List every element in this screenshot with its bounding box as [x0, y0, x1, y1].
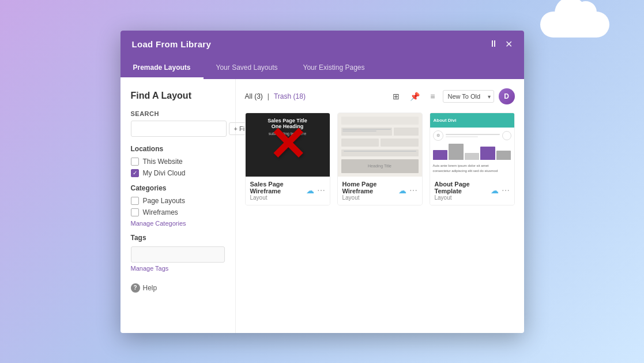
trash-label: Trash [274, 92, 291, 100]
pin-view-button[interactable]: 📌 [407, 90, 423, 103]
page-layouts-label: Page Layouts [143, 197, 185, 205]
layout-card-0[interactable]: Sales Page TitleOne Heading subheading t… [245, 113, 330, 205]
sort-select[interactable]: New To Old Old To New A-Z Z-A [443, 90, 494, 103]
layout-footer-icons-2: ☁ ⋯ [491, 186, 510, 195]
locations-label: Locations [131, 145, 225, 153]
filter-all[interactable]: All (3) [245, 92, 263, 100]
tags-label: Tags [131, 234, 225, 242]
manage-categories-link[interactable]: Manage Categories [131, 220, 225, 227]
categories-label: Categories [131, 184, 225, 192]
help-row: ? Help [131, 283, 225, 293]
list-view-button[interactable]: ≡ [427, 90, 438, 103]
modal-tabs: Premade Layouts Your Saved Layouts Your … [120, 58, 524, 79]
wireframes-label: Wireframes [143, 208, 178, 216]
more-options-icon-0[interactable]: ⋯ [317, 186, 325, 195]
layout-name-2: About Page Template [435, 181, 491, 194]
layout-type-1: Layout [342, 194, 398, 201]
layout-type-2: Layout [435, 194, 491, 201]
content-area: All (3) | Trash (18) ⊞ 📌 ≡ New To [236, 79, 524, 333]
wire-header-1 [341, 117, 419, 125]
divi-cloud-checkbox[interactable]: ✓ [131, 169, 139, 177]
tab-existing[interactable]: Your Existing Pages [291, 58, 378, 79]
page-layouts-checkbox[interactable] [131, 197, 139, 205]
thumb3-body: ⚙ [430, 128, 514, 177]
search-input[interactable] [131, 121, 227, 137]
all-count: (3) [254, 92, 263, 100]
thumb3-header: About Divi [430, 113, 514, 128]
tags-input[interactable] [131, 246, 225, 263]
layout-card-1[interactable]: Heading Title Home Page Wireframe Layout… [337, 113, 423, 205]
category-wireframes[interactable]: Wireframes [131, 208, 225, 216]
wireframes-checkbox[interactable] [131, 208, 139, 216]
filter-right: ⊞ 📌 ≡ New To Old Old To New A-Z Z-A D [390, 88, 514, 104]
layout-card-footer-0: Sales Page Wireframe Layout ☁ ⋯ [246, 177, 330, 205]
filter-trash[interactable]: Trash (18) [274, 92, 306, 100]
grid-view-button[interactable]: ⊞ [390, 90, 402, 103]
cloud-upload-icon-1[interactable]: ☁ [398, 186, 406, 195]
layout-card-footer-1: Home Page Wireframe Layout ☁ ⋯ [338, 177, 422, 205]
layout-footer-icons-1: ☁ ⋯ [398, 186, 417, 195]
help-icon[interactable]: ? [131, 283, 140, 293]
layout-footer-icons-0: ☁ ⋯ [306, 186, 325, 195]
layout-thumbnail-1: Heading Title [338, 113, 422, 177]
category-page-layouts[interactable]: Page Layouts [131, 197, 225, 205]
filter-separator: | [268, 92, 269, 100]
layout-type-0: Layout [250, 194, 306, 201]
more-options-icon-2[interactable]: ⋯ [502, 186, 510, 195]
modal-header: Load From Library ⏸ ✕ [120, 31, 524, 58]
layout-thumbnail-0: Sales Page TitleOne Heading subheading t… [246, 113, 330, 177]
cloud-decoration [540, 12, 609, 38]
search-label: Search [131, 110, 225, 117]
about-template-text: Auis ante lorem ipsum dolor sit ametcons… [433, 163, 511, 174]
sort-wrapper: New To Old Old To New A-Z Z-A [443, 90, 494, 103]
modal-body: Find A Layout Search + Filter Locations … [120, 79, 524, 333]
filter-left: All (3) | Trash (18) [245, 92, 306, 100]
cloud-upload-icon-2[interactable]: ☁ [491, 186, 499, 195]
layout-info-2: About Page Template Layout [435, 181, 491, 201]
layout-card-footer-2: About Page Template Layout ☁ ⋯ [430, 177, 514, 205]
layouts-grid: Sales Page TitleOne Heading subheading t… [245, 113, 515, 205]
help-label: Help [143, 284, 157, 292]
divi-cloud-label: My Divi Cloud [143, 169, 186, 177]
wireframe-label-1: Heading Title [368, 164, 391, 168]
user-avatar[interactable]: D [499, 88, 515, 104]
this-website-label: This Website [143, 158, 183, 166]
close-icon[interactable]: ✕ [505, 39, 513, 50]
tab-premade[interactable]: Premade Layouts [120, 58, 204, 79]
trash-count: (18) [293, 92, 306, 100]
modal-container: Load From Library ⏸ ✕ Premade Layouts Yo… [120, 31, 524, 333]
tab-saved[interactable]: Your Saved Layouts [204, 58, 291, 79]
red-x-overlay: ✕ [268, 122, 307, 168]
manage-tags-link[interactable]: Manage Tags [131, 265, 225, 272]
location-this-website[interactable]: This Website [131, 158, 225, 166]
cloud-upload-icon-0[interactable]: ☁ [306, 186, 314, 195]
sidebar-title: Find A Layout [131, 91, 225, 101]
modal-title: Load From Library [132, 39, 212, 49]
modal-header-actions: ⏸ ✕ [489, 39, 513, 50]
content-toolbar: All (3) | Trash (18) ⊞ 📌 ≡ New To [245, 88, 515, 104]
layout-info-0: Sales Page Wireframe Layout [250, 181, 306, 201]
layout-name-0: Sales Page Wireframe [250, 181, 306, 194]
search-row: + Filter [131, 121, 225, 137]
all-label: All [245, 92, 253, 100]
layout-thumbnail-2: About Divi ⚙ [430, 113, 514, 177]
layout-name-1: Home Page Wireframe [342, 181, 398, 194]
sidebar: Find A Layout Search + Filter Locations … [120, 79, 236, 333]
layout-info-1: Home Page Wireframe Layout [342, 181, 398, 201]
about-divi-label: About Divi [434, 118, 457, 123]
layout-card-2[interactable]: About Divi ⚙ [430, 113, 515, 205]
location-divi-cloud[interactable]: ✓ My Divi Cloud [131, 169, 225, 177]
pause-icon[interactable]: ⏸ [489, 39, 498, 49]
more-options-icon-1[interactable]: ⋯ [409, 186, 417, 195]
this-website-checkbox[interactable] [131, 158, 139, 166]
